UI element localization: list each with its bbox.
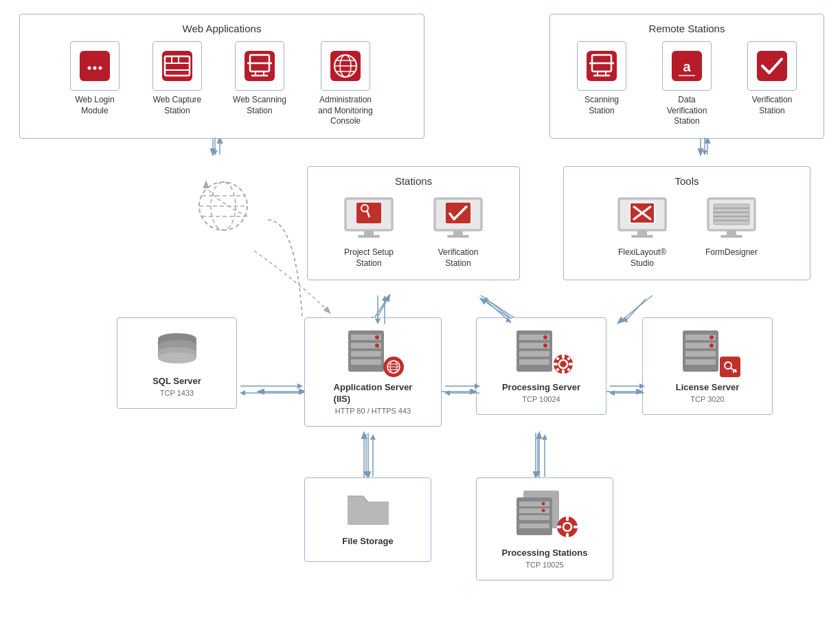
tools-processing-arrow xyxy=(618,295,652,326)
svg-rect-55 xyxy=(453,231,463,235)
processing-server-sub: TCP 10024 xyxy=(522,395,560,403)
data-verification-label: DataVerificationStation xyxy=(667,95,707,127)
scan-icon xyxy=(587,51,617,81)
svg-marker-154 xyxy=(475,383,480,389)
sql-server-icon xyxy=(153,329,201,370)
arrow-remote-down xyxy=(699,137,710,158)
admin-icon xyxy=(330,51,361,81)
svg-rect-126 xyxy=(519,524,549,528)
svg-rect-125 xyxy=(519,515,549,520)
flexilayout-icon xyxy=(615,194,670,243)
capture-icon xyxy=(162,51,192,81)
app-server-icon xyxy=(345,329,387,374)
svg-rect-73 xyxy=(720,235,742,238)
svg-marker-158 xyxy=(639,383,645,389)
appserver-processing-arrows xyxy=(442,379,483,400)
project-setup-card: Project SetupStation xyxy=(331,194,407,269)
svg-point-115 xyxy=(710,335,714,339)
svg-line-145 xyxy=(486,299,512,319)
svg-rect-51 xyxy=(358,235,380,238)
login-icon xyxy=(80,51,110,81)
app-server-globe-icon xyxy=(386,359,401,374)
verification-station-remote-label: VerificationStation xyxy=(752,95,793,116)
svg-rect-97 xyxy=(519,359,549,365)
svg-marker-168 xyxy=(542,434,547,440)
svg-text:a: a xyxy=(683,59,691,74)
svg-point-99 xyxy=(543,344,547,348)
formdesigner-icon xyxy=(704,194,759,243)
web-scanning-card: Web ScanningStation xyxy=(222,41,297,127)
stations-appserver-arrows xyxy=(371,295,391,326)
svg-point-19 xyxy=(99,67,102,70)
sql-server-label: SQL Server xyxy=(152,376,201,387)
arrow-webapps-down xyxy=(209,137,220,158)
verification-station-card: VerificationStation xyxy=(420,194,496,269)
flexilayout-card: FlexiLayout®Studio xyxy=(604,194,680,269)
processing-stations-label: Processing Stations xyxy=(502,548,588,559)
web-login-icon-box xyxy=(70,41,120,91)
project-setup-label: Project SetupStation xyxy=(344,247,394,269)
svg-point-87 xyxy=(375,344,379,348)
svg-marker-148 xyxy=(622,317,628,323)
formdesigner-card: FormDesigner xyxy=(694,194,769,269)
web-scanning-icon-box xyxy=(235,41,284,91)
svg-rect-134 xyxy=(574,526,578,528)
svg-marker-162 xyxy=(363,471,369,477)
web-capture-card: Web CaptureStation xyxy=(139,41,215,127)
web-capture-icon-box xyxy=(152,41,202,91)
appserver-filestorage-arrows xyxy=(359,434,380,481)
sql-appserver-arrows xyxy=(237,379,306,400)
license-server-box: License Server TCP 3020 xyxy=(642,317,773,415)
verification-monitor-icon xyxy=(431,194,486,243)
svg-marker-140 xyxy=(375,319,381,324)
app-server-box: Application Server(IIS) HTTP 80 / HTTPS … xyxy=(304,317,442,427)
svg-point-128 xyxy=(542,509,545,513)
svg-rect-72 xyxy=(727,231,736,235)
dataverify-icon: a xyxy=(672,51,702,81)
scanning-station-icon-box xyxy=(577,41,626,91)
web-applications-section: Web Applications Web LoginModule xyxy=(19,14,424,139)
license-server-sub: TCP 3020 xyxy=(690,395,724,403)
svg-point-98 xyxy=(543,335,547,339)
svg-rect-113 xyxy=(685,351,716,357)
svg-point-86 xyxy=(375,335,379,339)
svg-rect-114 xyxy=(685,359,716,365)
web-apps-title: Web Applications xyxy=(31,23,413,34)
processing-gear-icon xyxy=(552,353,574,375)
svg-marker-156 xyxy=(444,390,450,396)
svg-line-147 xyxy=(625,299,646,322)
svg-marker-146 xyxy=(483,297,489,302)
svg-point-18 xyxy=(93,67,97,70)
globe-icon xyxy=(192,175,254,237)
svg-rect-104 xyxy=(554,363,558,365)
processing-license-arrows xyxy=(606,379,648,400)
app-server-label: Application Server(IIS) xyxy=(334,382,413,405)
svg-point-127 xyxy=(542,502,545,506)
internet-globe-card xyxy=(192,175,254,237)
processing-server-box: Processing Server TCP 10024 xyxy=(476,317,606,415)
svg-rect-84 xyxy=(351,351,381,357)
svg-point-80 xyxy=(158,352,196,363)
svg-marker-142 xyxy=(382,295,387,301)
svg-rect-105 xyxy=(569,363,573,365)
svg-marker-152 xyxy=(240,390,245,396)
remote-stations-title: Remote Stations xyxy=(561,23,813,34)
admin-console-card: Administrationand MonitoringConsole xyxy=(304,41,387,127)
architecture-diagram: Web Applications Web LoginModule xyxy=(0,0,840,619)
verification-station-remote-icon-box xyxy=(747,41,797,91)
processing-processingstation-arrows xyxy=(531,434,552,481)
app-server-sub: HTTP 80 / HTTPS 443 xyxy=(335,407,411,415)
svg-rect-50 xyxy=(364,231,374,235)
svg-rect-20 xyxy=(165,56,190,76)
svg-marker-150 xyxy=(297,383,303,389)
verify-icon xyxy=(757,51,787,81)
sql-server-box: SQL Server TCP 1433 xyxy=(117,317,237,409)
svg-point-116 xyxy=(710,344,714,348)
remote-stations-section: Remote Stations ScanningStation xyxy=(549,14,824,139)
scanning-station-label: ScanningStation xyxy=(584,95,619,116)
stations-title: Stations xyxy=(319,175,508,187)
license-server-label: License Server xyxy=(676,382,740,394)
scanning-station-card: ScanningStation xyxy=(564,41,639,127)
verification-station-label: VerificationStation xyxy=(438,247,479,269)
svg-marker-136 xyxy=(212,150,218,156)
